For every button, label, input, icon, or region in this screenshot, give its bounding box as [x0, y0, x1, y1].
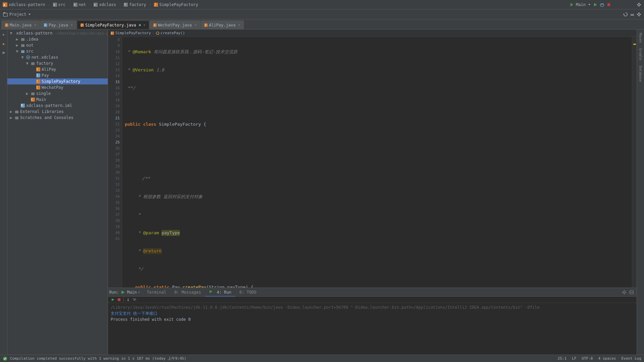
tree-item-wechat[interactable]: ▶ C WechatPay	[7, 84, 108, 90]
svg-text:J: J	[154, 24, 155, 27]
favorites-star-icon[interactable]: ★	[2, 39, 5, 48]
svg-text:J: J	[205, 24, 206, 27]
tree-item-root[interactable]: ▼ xdclass-pattern ~/Desktop/code/xdclass…	[7, 30, 108, 36]
code-line-17: *	[125, 212, 629, 218]
run-config-name: Main	[127, 290, 137, 295]
right-tab-maven[interactable]: Maven	[638, 31, 643, 45]
tab-alipay-close[interactable]: ×	[238, 23, 240, 27]
bottom-tab-run[interactable]: 4: Run	[205, 288, 235, 297]
svg-marker-71	[121, 291, 125, 294]
svg-marker-14	[594, 3, 597, 6]
svg-rect-20	[639, 3, 639, 3]
tree-item-net-xdclass[interactable]: ▼ net.xdclass	[7, 54, 108, 60]
bottom-tab-messages[interactable]: 0: Messages	[170, 288, 205, 297]
tree-label-idea: .idea	[26, 37, 38, 42]
status-encoding[interactable]: UTF-8	[582, 356, 593, 361]
tree-arrow-single: ▶	[25, 91, 30, 96]
tab-main-close[interactable]: ×	[34, 23, 36, 27]
tab-main[interactable]: J Main.java ×	[1, 20, 40, 29]
factory-folder-icon	[31, 61, 35, 65]
bottom-settings-icon[interactable]	[622, 290, 627, 295]
tree-label-main: Main	[36, 97, 46, 102]
svg-marker-27	[623, 13, 625, 14]
run-controls-separator	[123, 297, 124, 302]
settings-toolbar-icon[interactable]	[637, 2, 641, 7]
ln-20: 20	[110, 109, 120, 115]
tree-label-single: single	[36, 91, 51, 96]
tab-alipay-label: AliPay.java	[209, 23, 235, 27]
bottom-tab-terminal[interactable]: Terminal	[143, 288, 170, 297]
code-editor[interactable]: * @Remark 有问题直接联系我，源码-笔记-技术交流群 * @Versio…	[122, 37, 632, 288]
sync-icon[interactable]	[623, 12, 628, 17]
console-output[interactable]: /Library/Java/JavaVirtualMachines/jdk-11…	[108, 303, 637, 355]
tree-item-out[interactable]: ▶ out	[7, 42, 108, 48]
bottom-tab-run-label: 4: Run	[217, 290, 231, 295]
title-app-name: xdclass-pattern	[9, 2, 45, 7]
ln-38: 38	[110, 218, 120, 224]
status-event-log[interactable]: Event Log	[621, 356, 641, 361]
tab-wechat-label: WechatPay.java	[158, 23, 192, 27]
status-position[interactable]: 25:1	[558, 356, 567, 361]
console-cmd-line: /Library/Java/JavaVirtualMachines/jdk-11…	[111, 304, 634, 310]
tab-simplepay-label: SimplePayFactory.java	[85, 23, 136, 27]
bottom-tab-messages-label: 0: Messages	[174, 290, 201, 295]
code-container[interactable]: 8 9 10 11 12 13 14 15 16 17 18 19 20 21 …	[108, 37, 637, 288]
stop-button[interactable]	[606, 2, 611, 7]
svg-rect-32	[639, 16, 639, 16]
tree-item-src[interactable]: ▼ src	[7, 48, 108, 54]
collapse-icon[interactable]	[630, 12, 635, 17]
rerun-icon[interactable]	[111, 297, 115, 302]
svg-rect-33	[637, 14, 638, 15]
tree-item-factory[interactable]: ▼ factory	[7, 60, 108, 66]
run-button[interactable]	[593, 2, 598, 7]
tree-item-single[interactable]: ▶ single	[7, 90, 108, 97]
ln-39: 39	[110, 224, 120, 230]
tab-wechat-close[interactable]: ×	[195, 23, 197, 27]
ln-14: 14	[110, 73, 120, 79]
favorites-icon[interactable]: ★	[2, 29, 5, 39]
scroll-end-icon[interactable]	[126, 297, 130, 302]
title-net: n net	[73, 2, 86, 7]
tab-pay-close[interactable]: ×	[71, 23, 73, 27]
ln-11: 11	[110, 55, 120, 61]
tree-path-root: ~/Desktop/code/xdclass-p...	[55, 31, 108, 36]
tree-item-idea[interactable]: ▶ .idea	[7, 36, 108, 42]
main-class-icon: C	[31, 98, 35, 102]
status-lf[interactable]: LF	[572, 356, 576, 361]
tree-item-ext-libs[interactable]: ▶ External Libraries	[7, 109, 108, 115]
tree-arrow-net: ▼	[20, 55, 25, 60]
tree-item-main[interactable]: ▶ C Main	[7, 97, 108, 103]
run-config-close[interactable]: ×	[138, 290, 140, 294]
tree-item-alipay[interactable]: ▶ C AliPay	[7, 66, 108, 72]
tab-pay[interactable]: I Pay.java ×	[40, 20, 76, 29]
tab-wechat[interactable]: J WechatPay.java ×	[150, 20, 200, 29]
tab-simplepay[interactable]: J SimplePayFactory.java ×	[77, 20, 149, 29]
bookmark-icon[interactable]: ⚑	[2, 48, 5, 58]
code-line-14	[125, 158, 629, 164]
bottom-layout-icon[interactable]	[629, 290, 634, 295]
tab-alipay[interactable]: J AliPay.java ×	[201, 20, 244, 29]
right-tab-database[interactable]: Database	[638, 64, 643, 84]
tree-item-scratches[interactable]: ▶ Scratches and Consoles	[7, 115, 108, 121]
left-favorites-bar: ★ ★ ⚑	[0, 29, 7, 355]
tab-simplepay-close[interactable]: ×	[144, 23, 146, 27]
ln-12: 12	[110, 61, 120, 67]
bottom-tab-todo[interactable]: 6: TODO	[235, 288, 261, 297]
title-file-label: SimplePayFactory	[159, 2, 198, 7]
svg-marker-12	[571, 3, 573, 6]
debug-button[interactable]	[600, 2, 604, 7]
right-tab-gradle[interactable]: Gradle	[638, 46, 643, 62]
run-config-dropdown[interactable]	[588, 3, 591, 6]
soft-wrap-icon[interactable]	[132, 297, 137, 302]
tree-item-iml[interactable]: ▶ M xdclass-pattern.iml	[7, 103, 108, 109]
ln-41: 41	[110, 236, 120, 242]
scratches-icon	[15, 116, 19, 120]
package-icon	[26, 55, 30, 59]
pay-interface-icon: I	[36, 73, 40, 77]
tree-item-pay[interactable]: ▶ I Pay	[7, 72, 108, 78]
project-dropdown-icon[interactable]	[28, 13, 31, 16]
stop-run-icon[interactable]	[117, 297, 121, 302]
ln-40: 40	[110, 230, 120, 236]
tree-item-simplepay[interactable]: ▶ C SimplePayFactory	[7, 78, 108, 84]
settings-icon[interactable]	[637, 12, 641, 17]
